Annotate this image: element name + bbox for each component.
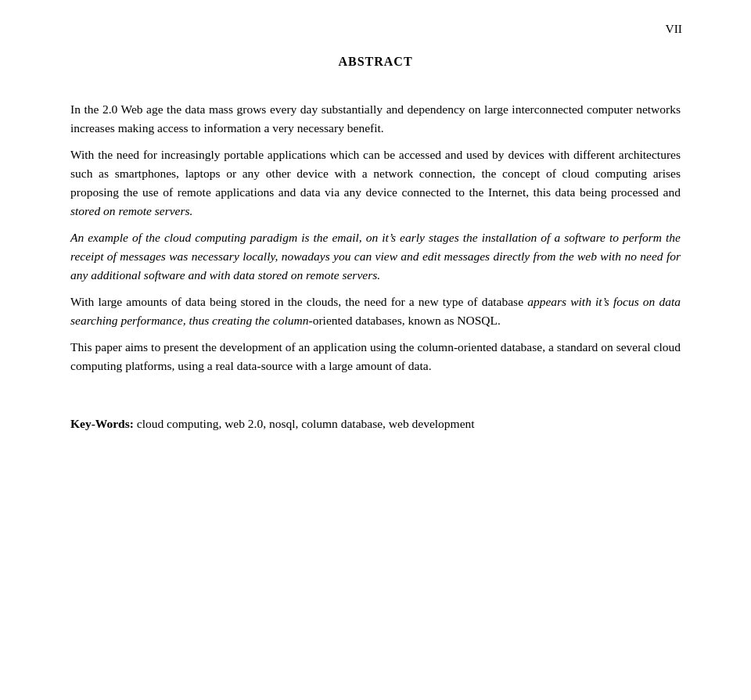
paragraph-4: With large amounts of data being stored … [70, 293, 681, 330]
paragraph-2-italic: stored on remote servers. [70, 204, 192, 217]
keywords-label: Key-Words: [70, 417, 134, 430]
keywords-value: cloud computing, web 2.0, nosql, column … [134, 417, 475, 430]
abstract-title: ABSTRACT [70, 55, 681, 69]
abstract-body: In the 2.0 Web age the data mass grows e… [70, 100, 681, 375]
document-page: VII ABSTRACT In the 2.0 Web age the data… [0, 0, 751, 700]
paragraph-1-text: In the 2.0 Web age the data mass grows e… [70, 102, 681, 135]
page-number: VII [665, 22, 682, 36]
paragraph-1: In the 2.0 Web age the data mass grows e… [70, 100, 681, 138]
paragraph-4-end: -oriented databases, known as NOSQL. [309, 314, 501, 327]
paragraph-4-start: With large amounts of data being stored … [70, 295, 527, 308]
keywords-section: Key-Words: cloud computing, web 2.0, nos… [70, 415, 681, 433]
paragraph-3: An example of the cloud computing paradi… [70, 228, 681, 285]
paragraph-5: This paper aims to present the developme… [70, 338, 681, 375]
paragraph-2-text-start: With the need for increasingly portable … [70, 148, 681, 199]
paragraph-2: With the need for increasingly portable … [70, 145, 681, 221]
paragraph-3-italic: An example of the cloud computing paradi… [70, 231, 681, 282]
